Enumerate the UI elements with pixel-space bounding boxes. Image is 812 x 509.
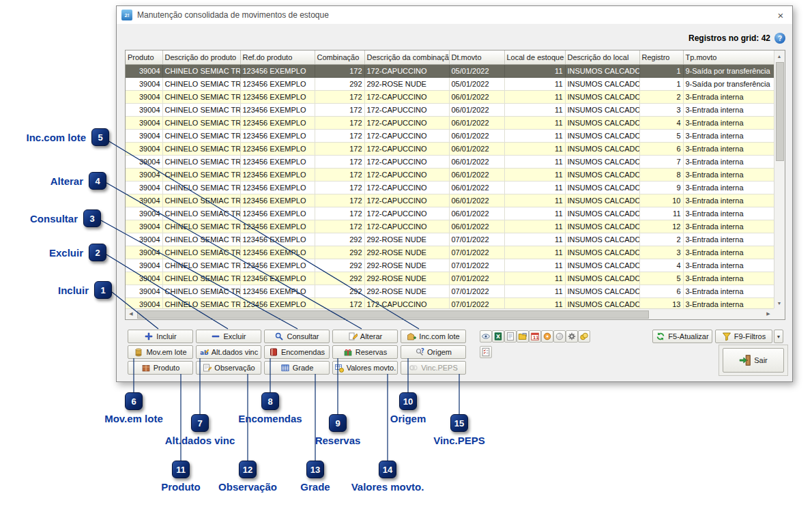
column-header[interactable]: Descrição da combinação [364,50,449,64]
grid-cell: 172 [315,155,364,168]
callout-excluir: Excluir 2 [49,244,106,261]
scroll-up-icon[interactable] [774,50,785,61]
table-row[interactable]: 39004CHINELO SEMIAC TR123456 EXEMPLO1721… [126,90,774,103]
toolbar-report-button[interactable] [504,330,517,343]
table-row[interactable]: 39004CHINELO SEMIAC TR123456 EXEMPLO1721… [126,103,774,116]
table-row[interactable]: 39004CHINELO SEMIAC TR123456 EXEMPLO1721… [126,220,774,233]
valores-movto-button[interactable]: Valores movto. [332,361,398,375]
grid-cell: CHINELO SEMIAC TR [162,233,240,246]
callout-badge: 9 [329,414,347,432]
column-header[interactable]: Tp.movto [683,50,774,64]
f9-filtros-dropdown-button[interactable] [774,330,783,343]
box-plus-icon [407,332,416,341]
alterar-button[interactable]: Alterar [332,330,398,343]
column-header[interactable]: Registro [639,50,683,64]
toolbar-money-button[interactable] [578,330,590,343]
grid-cell: CHINELO SEMIAC TR [162,142,240,155]
table-row[interactable]: 39004CHINELO SEMIAC TR123456 EXEMPLO1721… [126,116,774,129]
calendar-icon: 11 [530,332,540,341]
mov-em-lote-button[interactable]: Mov.em lote [128,345,193,359]
table-row[interactable]: 39004CHINELO SEMIAC TR123456 EXEMPLO1721… [126,64,774,77]
f9-filtros-button[interactable]: F9-Filtros [715,330,772,343]
callout-alterar: Alterar 4 [50,172,106,190]
toolbar-checklist-button[interactable] [480,346,492,358]
grid-cell: 3-Entrada interna [683,246,774,259]
toolbar-hand-button[interactable] [541,330,553,343]
reservas-button[interactable]: Reservas [332,345,398,359]
toolbar-images-button[interactable] [517,330,529,343]
titlebar[interactable]: Manutenção consolidada de movimentos de … [117,6,792,24]
table-row[interactable]: 39004CHINELO SEMIAC TR123456 EXEMPLO1721… [126,129,774,142]
table-row[interactable]: 39004CHINELO SEMIAC TR123456 EXEMPLO2922… [126,272,774,285]
vertical-scroll-thumb[interactable] [776,62,784,161]
table-row[interactable]: 39004CHINELO SEMIAC TR123456 EXEMPLO1721… [126,194,774,207]
grid-cell: CHINELO SEMIAC TR [162,246,240,259]
grid-cell: 39004 [126,142,162,155]
column-header[interactable]: Local de estoque [504,50,565,64]
grid-cell: CHINELO SEMIAC TR [162,194,240,207]
grid-cell: 3-Entrada interna [683,272,774,285]
scroll-right-icon[interactable] [763,308,774,319]
excluir-button[interactable]: Excluir [196,330,261,343]
observacao-button[interactable]: Observação [196,361,261,375]
grid-cell: 123456 EXEMPLO [240,181,315,194]
vinc-peps-button[interactable]: Vinc.PEPS [401,361,466,375]
grid-cell: 6 [639,142,683,155]
f5-atualizar-button[interactable]: F5-Atualizar [652,330,712,343]
alt-dados-vinc-button[interactable]: ab Alt.dados vinc [196,345,261,359]
column-header[interactable]: Descrição do local [565,50,639,64]
coins-icon [579,332,589,341]
scroll-down-icon[interactable] [774,297,785,308]
column-header[interactable]: Dt.movto [449,50,504,64]
grid-cell: INSUMOS CALCADOS [565,297,639,308]
table-row[interactable]: 39004CHINELO SEMIAC TR123456 EXEMPLO1721… [126,155,774,168]
column-header[interactable]: Produto [126,50,162,64]
incluir-button[interactable]: Incluir [128,330,193,343]
grid-cell: 172 [315,90,364,103]
sair-button[interactable]: Sair [723,348,784,373]
table-row[interactable]: 39004CHINELO SEMIAC TR123456 EXEMPLO2922… [126,259,774,272]
table-row[interactable]: 39004CHINELO SEMIAC TR123456 EXEMPLO2922… [126,246,774,259]
table-row[interactable]: 39004CHINELO SEMIAC TR123456 EXEMPLO1721… [126,181,774,194]
column-header[interactable]: Descrição do produto [162,50,240,64]
grid-cell: INSUMOS CALCADOS [565,142,639,155]
close-icon[interactable] [769,6,792,24]
table-row[interactable]: 39004CHINELO SEMIAC TR123456 EXEMPLO2922… [126,233,774,246]
grid-cell: CHINELO SEMIAC TR [162,272,240,285]
toolbar-excel-button[interactable]: X [492,330,504,343]
button-label: Vinc.PEPS [421,364,458,372]
table-row[interactable]: 39004CHINELO SEMIAC TR123456 EXEMPLO2922… [126,77,774,90]
origem-button[interactable]: ? Origem [401,345,466,359]
encomendas-button[interactable]: Encomendas [264,345,330,359]
inc-com-lote-button[interactable]: Inc.com lote [401,330,466,343]
scroll-left-icon[interactable] [126,308,136,319]
vertical-scrollbar[interactable] [774,50,785,308]
column-header[interactable]: Ref.do produto [240,50,315,64]
produto-button[interactable]: Produto [128,361,193,375]
horizontal-scrollbar[interactable] [126,308,774,319]
filter-icon [722,332,731,341]
table-row[interactable]: 39004CHINELO SEMIAC TR123456 EXEMPLO1721… [126,168,774,181]
grid-cell: 06/01/2022 [449,116,504,129]
consultar-button[interactable]: Consultar [264,330,330,343]
table-row[interactable]: 39004CHINELO SEMIAC TR123456 EXEMPLO1721… [126,142,774,155]
horizontal-scroll-thumb[interactable] [137,310,649,319]
table-row[interactable]: 39004CHINELO SEMIAC TR123456 EXEMPLO2922… [126,285,774,297]
toolbar-sphere-button[interactable] [553,330,566,343]
table-row[interactable]: 39004CHINELO SEMIAC TR123456 EXEMPLO1721… [126,297,774,308]
grid-cell: 39004 [126,155,162,168]
grid-cell: 172-CAPUCCINO [364,168,449,181]
grid-cell: 06/01/2022 [449,194,504,207]
button-label: Consultar [287,332,319,340]
button-label: Sair [754,356,768,364]
grid-cell: 9-Saída por transferência [683,77,774,90]
column-header[interactable]: Combinação [315,50,364,64]
grid-cell: 11 [504,181,565,194]
toolbar-calendar-button[interactable]: 11 [529,330,541,343]
toolbar-settings-button[interactable] [566,330,578,343]
toolbar-view-button[interactable] [480,330,492,343]
grid-cell: 06/01/2022 [449,155,504,168]
table-row[interactable]: 39004CHINELO SEMIAC TR123456 EXEMPLO1721… [126,207,774,220]
help-icon[interactable] [774,33,785,44]
grade-button[interactable]: Grade [264,361,330,375]
